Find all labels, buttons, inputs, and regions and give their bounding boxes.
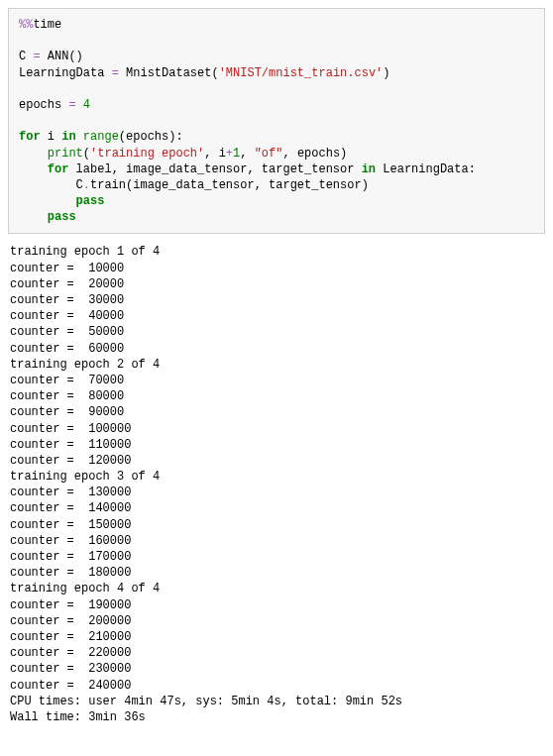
operator: =	[33, 50, 40, 63]
output-line: training epoch 2 of 4	[10, 357, 543, 373]
output-line: Wall time: 3min 36s	[10, 709, 543, 725]
output-line: counter = 170000	[10, 549, 543, 565]
code-token: , epochs)	[282, 147, 347, 161]
code-token: (epochs):	[119, 130, 183, 144]
code-token: epochs	[19, 98, 68, 112]
magic-prefix: %%	[19, 18, 33, 32]
output-line: training epoch 3 of 4	[10, 469, 543, 485]
keyword-pass: pass	[76, 194, 105, 208]
keyword-for: for	[19, 130, 41, 144]
output-line: counter = 120000	[10, 453, 543, 469]
code-line: pass	[19, 209, 534, 225]
code-line: LearningData = MnistDataset('MNIST/mnist…	[19, 65, 534, 81]
code-line: C = ANN()	[19, 49, 534, 64]
code-cell[interactable]: %%time C = ANN()LearningData = MnistData…	[8, 8, 545, 234]
code-line	[19, 33, 534, 49]
code-line: print('training epoch', i+1, "of", epoch…	[19, 146, 534, 162]
output-line: counter = 230000	[10, 661, 543, 677]
output-line: training epoch 4 of 4	[10, 581, 543, 596]
output-line: counter = 220000	[10, 645, 543, 661]
output-line: counter = 150000	[10, 517, 543, 533]
code-line: pass	[19, 193, 534, 209]
code-line: for label, image_data_tensor, target_ten…	[19, 162, 534, 177]
string-literal: "of"	[255, 147, 283, 161]
code-token: label, image_data_tensor, target_tensor	[68, 162, 361, 176]
output-line: counter = 160000	[10, 533, 543, 549]
output-line: counter = 70000	[10, 373, 543, 388]
code-token: i	[41, 130, 62, 144]
output-line: counter = 240000	[10, 678, 543, 694]
code-token: )	[383, 66, 389, 80]
string-literal: 'MNIST/mnist_train.csv'	[219, 66, 384, 80]
indent	[19, 162, 48, 176]
output-line: counter = 60000	[10, 341, 543, 357]
notebook-cell-pair: %%time C = ANN()LearningData = MnistData…	[0, 0, 553, 741]
code-token: LearningData	[19, 66, 112, 80]
operator: =	[68, 98, 75, 112]
output-line: counter = 190000	[10, 597, 543, 613]
output-line: training epoch 1 of 4	[10, 244, 543, 260]
indent	[19, 210, 48, 224]
indent	[19, 194, 76, 208]
builtin-print: print	[48, 147, 83, 161]
output-line: CPU times: user 4min 47s, sys: 5min 4s, …	[10, 694, 543, 709]
code-token: LearningData:	[376, 162, 476, 176]
output-line: counter = 130000	[10, 485, 543, 500]
output-line: counter = 100000	[10, 421, 543, 437]
output-line: counter = 80000	[10, 388, 543, 404]
code-token: (	[83, 147, 90, 161]
code-token	[76, 130, 83, 144]
code-token: ANN()	[48, 50, 83, 63]
output-line: counter = 50000	[10, 324, 543, 340]
code-line: epochs = 4	[19, 97, 534, 113]
keyword-in: in	[61, 130, 75, 144]
number-literal: 4	[83, 98, 90, 112]
output-line: counter = 20000	[10, 276, 543, 292]
output-line: counter = 10000	[10, 261, 543, 276]
output-line: counter = 140000	[10, 500, 543, 516]
builtin-range: range	[83, 130, 119, 144]
code-line: %%time	[19, 17, 534, 33]
output-line: counter = 40000	[10, 308, 543, 324]
code-token: ,	[240, 147, 254, 161]
output-line: counter = 30000	[10, 292, 543, 308]
indent	[19, 147, 48, 161]
output-line: counter = 200000	[10, 613, 543, 629]
code-token	[41, 50, 48, 63]
code-token: C	[19, 178, 83, 192]
code-line	[19, 113, 534, 129]
string-literal: 'training epoch'	[90, 147, 204, 161]
keyword-for: for	[48, 162, 69, 176]
operator: .	[83, 178, 90, 192]
code-token: C	[19, 50, 33, 63]
code-line	[19, 81, 534, 97]
code-token	[76, 98, 83, 112]
code-line: C.train(image_data_tensor, target_tensor…	[19, 177, 534, 193]
output-cell: training epoch 1 of 4counter = 10000coun…	[8, 240, 545, 733]
code-token: MnistDataset(	[119, 66, 219, 80]
output-line: counter = 210000	[10, 629, 543, 645]
magic-name: time	[33, 18, 61, 32]
code-token: , i	[204, 147, 226, 161]
keyword-pass: pass	[48, 210, 76, 224]
output-line: counter = 180000	[10, 565, 543, 581]
operator: +	[226, 147, 233, 161]
code-token: train(image_data_tensor, target_tensor)	[90, 178, 369, 192]
output-line: counter = 90000	[10, 404, 543, 420]
output-line: counter = 110000	[10, 437, 543, 453]
keyword-in: in	[362, 162, 376, 176]
operator: =	[112, 66, 119, 80]
code-line: for i in range(epochs):	[19, 129, 534, 145]
